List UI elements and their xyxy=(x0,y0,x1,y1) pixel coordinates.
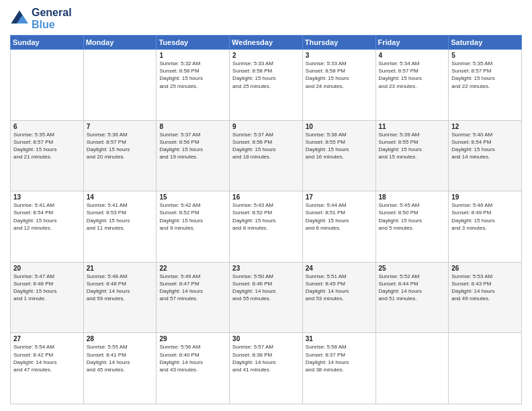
calendar-cell: 9Sunrise: 5:37 AM Sunset: 8:56 PM Daylig… xyxy=(230,120,303,191)
day-number: 9 xyxy=(232,123,300,130)
calendar-cell: 12Sunrise: 5:40 AM Sunset: 8:54 PM Dayli… xyxy=(449,120,522,191)
day-info: Sunrise: 5:55 AM Sunset: 8:41 PM Dayligh… xyxy=(87,343,154,373)
day-info: Sunrise: 5:42 AM Sunset: 8:52 PM Dayligh… xyxy=(159,201,226,232)
day-number: 11 xyxy=(379,123,446,130)
calendar-cell: 7Sunrise: 5:36 AM Sunset: 8:57 PM Daylig… xyxy=(83,120,157,191)
day-info: Sunrise: 5:47 AM Sunset: 8:48 PM Dayligh… xyxy=(13,273,81,303)
day-number: 26 xyxy=(451,265,519,272)
day-number: 12 xyxy=(451,123,519,130)
logo: General Blue xyxy=(10,7,72,31)
day-number: 30 xyxy=(232,335,300,342)
calendar-header-row: SundayMondayTuesdayWednesdayThursdayFrid… xyxy=(11,36,522,50)
calendar-cell: 27Sunrise: 5:54 AM Sunset: 8:42 PM Dayli… xyxy=(11,333,84,404)
weekday-header-friday: Friday xyxy=(375,36,449,50)
day-info: Sunrise: 5:53 AM Sunset: 8:43 PM Dayligh… xyxy=(451,273,519,303)
logo-text: General Blue xyxy=(32,7,72,31)
calendar-cell: 5Sunrise: 5:35 AM Sunset: 8:57 PM Daylig… xyxy=(449,50,522,121)
day-number: 5 xyxy=(451,52,519,59)
calendar-cell: 13Sunrise: 5:41 AM Sunset: 8:54 PM Dayli… xyxy=(11,191,84,263)
calendar-week-5: 27Sunrise: 5:54 AM Sunset: 8:42 PM Dayli… xyxy=(11,333,522,404)
calendar-cell: 1Sunrise: 5:32 AM Sunset: 8:58 PM Daylig… xyxy=(157,50,230,121)
header: General Blue xyxy=(10,7,522,31)
calendar-cell xyxy=(375,333,449,404)
day-info: Sunrise: 5:48 AM Sunset: 8:48 PM Dayligh… xyxy=(87,273,154,303)
calendar-cell: 8Sunrise: 5:37 AM Sunset: 8:56 PM Daylig… xyxy=(157,120,230,191)
calendar-cell: 15Sunrise: 5:42 AM Sunset: 8:52 PM Dayli… xyxy=(157,191,230,263)
day-number: 10 xyxy=(306,123,373,130)
weekday-header-tuesday: Tuesday xyxy=(157,36,230,50)
day-info: Sunrise: 5:58 AM Sunset: 8:37 PM Dayligh… xyxy=(306,343,373,373)
day-info: Sunrise: 5:35 AM Sunset: 8:57 PM Dayligh… xyxy=(13,131,81,161)
day-info: Sunrise: 5:32 AM Sunset: 8:58 PM Dayligh… xyxy=(159,60,226,90)
day-number: 31 xyxy=(306,335,373,342)
day-number: 4 xyxy=(379,52,446,59)
day-number: 13 xyxy=(13,193,81,201)
day-number: 23 xyxy=(232,265,300,272)
day-number: 27 xyxy=(13,335,81,342)
day-number: 16 xyxy=(232,193,300,201)
day-info: Sunrise: 5:43 AM Sunset: 8:52 PM Dayligh… xyxy=(232,201,300,232)
day-number: 28 xyxy=(87,335,154,342)
calendar-cell: 23Sunrise: 5:50 AM Sunset: 8:46 PM Dayli… xyxy=(230,262,303,333)
day-info: Sunrise: 5:35 AM Sunset: 8:57 PM Dayligh… xyxy=(451,60,519,90)
calendar-week-1: 1Sunrise: 5:32 AM Sunset: 8:58 PM Daylig… xyxy=(11,50,522,121)
calendar-cell: 31Sunrise: 5:58 AM Sunset: 8:37 PM Dayli… xyxy=(302,333,375,404)
calendar-week-2: 6Sunrise: 5:35 AM Sunset: 8:57 PM Daylig… xyxy=(11,120,522,191)
day-info: Sunrise: 5:38 AM Sunset: 8:55 PM Dayligh… xyxy=(306,131,373,161)
day-info: Sunrise: 5:33 AM Sunset: 8:58 PM Dayligh… xyxy=(306,60,373,90)
calendar-cell: 14Sunrise: 5:41 AM Sunset: 8:53 PM Dayli… xyxy=(83,191,157,263)
day-info: Sunrise: 5:40 AM Sunset: 8:54 PM Dayligh… xyxy=(451,131,519,161)
day-info: Sunrise: 5:37 AM Sunset: 8:56 PM Dayligh… xyxy=(232,131,300,161)
page: General Blue SundayMondayTuesdayWednesda… xyxy=(0,0,532,411)
calendar-cell: 21Sunrise: 5:48 AM Sunset: 8:48 PM Dayli… xyxy=(83,262,157,333)
day-info: Sunrise: 5:54 AM Sunset: 8:42 PM Dayligh… xyxy=(13,343,81,373)
day-number: 29 xyxy=(159,335,226,342)
calendar-cell: 25Sunrise: 5:52 AM Sunset: 8:44 PM Dayli… xyxy=(375,262,449,333)
day-number: 24 xyxy=(306,265,373,272)
calendar-cell xyxy=(11,50,84,121)
calendar-cell: 3Sunrise: 5:33 AM Sunset: 8:58 PM Daylig… xyxy=(302,50,375,121)
calendar-cell: 20Sunrise: 5:47 AM Sunset: 8:48 PM Dayli… xyxy=(11,262,84,333)
calendar-cell: 28Sunrise: 5:55 AM Sunset: 8:41 PM Dayli… xyxy=(83,333,157,404)
calendar-cell: 17Sunrise: 5:44 AM Sunset: 8:51 PM Dayli… xyxy=(302,191,375,263)
day-info: Sunrise: 5:45 AM Sunset: 8:50 PM Dayligh… xyxy=(379,201,446,232)
day-info: Sunrise: 5:36 AM Sunset: 8:57 PM Dayligh… xyxy=(87,131,154,161)
calendar-cell: 18Sunrise: 5:45 AM Sunset: 8:50 PM Dayli… xyxy=(375,191,449,263)
day-number: 1 xyxy=(159,52,226,59)
weekday-header-monday: Monday xyxy=(83,36,157,50)
calendar-cell: 11Sunrise: 5:39 AM Sunset: 8:55 PM Dayli… xyxy=(375,120,449,191)
day-info: Sunrise: 5:49 AM Sunset: 8:47 PM Dayligh… xyxy=(159,273,226,303)
day-number: 8 xyxy=(159,123,226,130)
calendar-week-3: 13Sunrise: 5:41 AM Sunset: 8:54 PM Dayli… xyxy=(11,191,522,263)
day-number: 25 xyxy=(379,265,446,272)
calendar-cell: 16Sunrise: 5:43 AM Sunset: 8:52 PM Dayli… xyxy=(230,191,303,263)
calendar-cell: 24Sunrise: 5:51 AM Sunset: 8:45 PM Dayli… xyxy=(302,262,375,333)
calendar-cell: 4Sunrise: 5:34 AM Sunset: 8:57 PM Daylig… xyxy=(375,50,449,121)
weekday-header-sunday: Sunday xyxy=(11,36,84,50)
calendar-table: SundayMondayTuesdayWednesdayThursdayFrid… xyxy=(10,35,522,404)
day-info: Sunrise: 5:41 AM Sunset: 8:53 PM Dayligh… xyxy=(87,201,154,232)
day-info: Sunrise: 5:33 AM Sunset: 8:58 PM Dayligh… xyxy=(232,60,300,90)
logo-icon xyxy=(10,9,29,28)
calendar-cell: 2Sunrise: 5:33 AM Sunset: 8:58 PM Daylig… xyxy=(230,50,303,121)
day-number: 21 xyxy=(87,265,154,272)
day-info: Sunrise: 5:37 AM Sunset: 8:56 PM Dayligh… xyxy=(159,131,226,161)
calendar-cell: 22Sunrise: 5:49 AM Sunset: 8:47 PM Dayli… xyxy=(157,262,230,333)
calendar-cell xyxy=(83,50,157,121)
calendar-week-4: 20Sunrise: 5:47 AM Sunset: 8:48 PM Dayli… xyxy=(11,262,522,333)
day-number: 7 xyxy=(87,123,154,130)
weekday-header-wednesday: Wednesday xyxy=(230,36,303,50)
calendar-cell: 10Sunrise: 5:38 AM Sunset: 8:55 PM Dayli… xyxy=(302,120,375,191)
day-number: 14 xyxy=(87,193,154,201)
calendar-cell: 6Sunrise: 5:35 AM Sunset: 8:57 PM Daylig… xyxy=(11,120,84,191)
calendar-cell: 26Sunrise: 5:53 AM Sunset: 8:43 PM Dayli… xyxy=(449,262,522,333)
calendar-cell xyxy=(449,333,522,404)
day-info: Sunrise: 5:57 AM Sunset: 8:38 PM Dayligh… xyxy=(232,343,300,373)
day-number: 3 xyxy=(306,52,373,59)
day-info: Sunrise: 5:41 AM Sunset: 8:54 PM Dayligh… xyxy=(13,201,81,232)
weekday-header-thursday: Thursday xyxy=(302,36,375,50)
day-number: 22 xyxy=(159,265,226,272)
day-info: Sunrise: 5:46 AM Sunset: 8:49 PM Dayligh… xyxy=(451,201,519,232)
day-info: Sunrise: 5:56 AM Sunset: 8:40 PM Dayligh… xyxy=(159,343,226,373)
day-number: 20 xyxy=(13,265,81,272)
